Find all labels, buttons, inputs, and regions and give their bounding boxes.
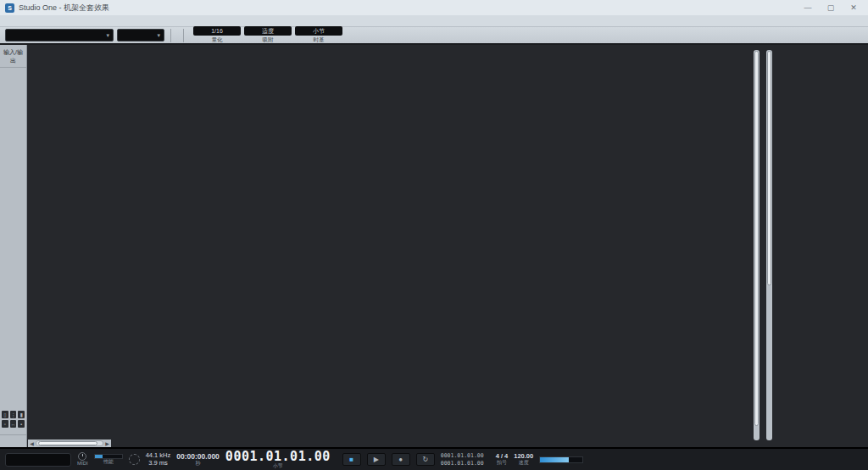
io-panel-label: 输入/输出 (0, 47, 26, 68)
output-panel-vscrollbar[interactable] (766, 50, 772, 440)
large-button[interactable]: ▪ (18, 420, 25, 428)
record-button[interactable]: ● (392, 453, 410, 466)
mixer-channels-area (112, 45, 763, 447)
quantize-box[interactable]: 1/16量化 (193, 26, 241, 44)
main-time-display[interactable]: 0001.01.01.00 小节 (225, 450, 331, 469)
preset-combo[interactable]: ▾ (117, 29, 164, 41)
input-channel-panel: ◀ ▶ (27, 45, 112, 447)
console-sidebar: 输入/输出 ▯⋮▮ ▫↔▪ (0, 45, 27, 447)
time-signature[interactable]: 4 / 4 拍号 (496, 453, 509, 466)
master-level-display (5, 453, 71, 467)
scroll-left-icon[interactable]: ◀ (28, 440, 36, 446)
tempo-display[interactable]: 120.00 速度 (514, 453, 533, 466)
console-area: 输入/输出 ▯⋮▮ ▫↔▪ ◀ ▶ (0, 45, 868, 447)
stop-button[interactable]: ■ (342, 453, 361, 466)
narrow-button[interactable]: ▯ (2, 411, 8, 418)
window-title: Studio One - 机架全套效果 (19, 3, 794, 14)
loop-button[interactable]: ↻ (416, 453, 435, 466)
timebase-box[interactable]: 小节时基 (295, 26, 342, 44)
chevron-down-icon: ▾ (157, 32, 160, 39)
toolbar: ▾ ▾ 1/16量化 适度吸附 小节时基 (0, 27, 868, 45)
timecode-display[interactable]: 00:00:00.000 秒 (176, 453, 220, 467)
studio-one-window: S Studio One - 机架全套效果 — ▢ ✕ ▾ ▾ 1/16量化 适… (0, 0, 868, 470)
titlebar: S Studio One - 机架全套效果 — ▢ ✕ (0, 0, 868, 15)
audio-device-combo[interactable]: ▾ (5, 29, 114, 41)
samplerate-latency: 44.1 kHz 3.9 ms (146, 452, 171, 467)
chevron-down-icon: ▾ (106, 32, 109, 39)
loop-range-display[interactable]: 0001.01.01.00 0001.01.01.00 (441, 452, 484, 467)
mixer-vscrollbar[interactable] (754, 50, 760, 440)
output-level-bar (539, 456, 583, 463)
input-panel-hscrollbar[interactable]: ◀ ▶ (28, 440, 111, 447)
performance-meter[interactable]: 性能 (94, 454, 123, 465)
scroll-right-icon[interactable]: ▶ (103, 440, 111, 446)
minimize-button[interactable]: — (798, 3, 817, 12)
maximize-button[interactable]: ▢ (821, 3, 840, 12)
midi-activity: MIDI (77, 452, 88, 467)
cpu-gauge-icon (129, 454, 140, 465)
link-button[interactable]: ⋮ (10, 411, 17, 418)
menubar (0, 15, 868, 27)
play-button[interactable]: ▶ (367, 453, 386, 466)
wide-button[interactable]: ▮ (18, 411, 25, 418)
console-size-buttons: ▯⋮▮ ▫↔▪ (0, 409, 26, 429)
midi-knob-icon (78, 452, 86, 461)
close-button[interactable]: ✕ (844, 3, 863, 12)
small-button[interactable]: ▫ (2, 420, 8, 428)
transport-bar: MIDI 性能 44.1 kHz 3.9 ms 00:00:00.000 秒 0… (0, 447, 868, 470)
app-icon: S (5, 3, 14, 13)
snap-box[interactable]: 适度吸附 (244, 26, 292, 44)
expand-icon[interactable]: ↔ (10, 420, 17, 428)
output-bus-panel (763, 45, 868, 447)
